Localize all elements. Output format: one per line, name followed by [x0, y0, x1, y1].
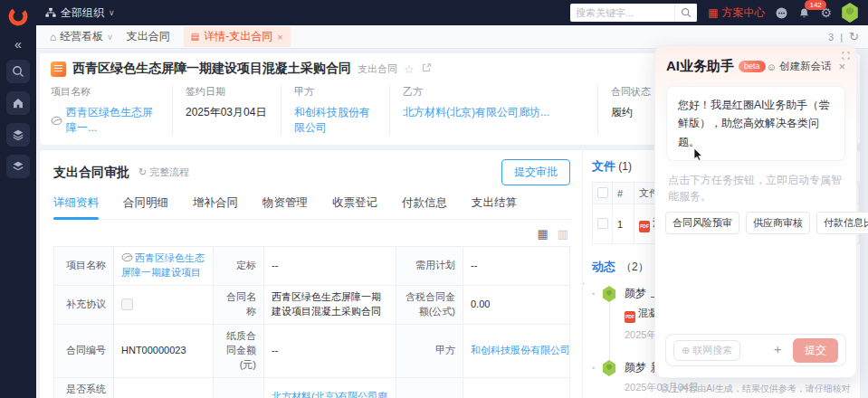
tab-dashboard-label: 经营看板 — [60, 29, 103, 44]
activity-user[interactable]: 颜梦 — [625, 287, 646, 299]
project-icon — [121, 252, 133, 262]
org-label: 全部组织 — [61, 5, 104, 21]
tab-supplement[interactable]: 增补合同 — [193, 195, 238, 219]
ai-input-bar[interactable]: ⊕ 联网搜索 ＋ 提交 — [665, 334, 846, 366]
chat-icon[interactable] — [775, 6, 788, 20]
party-a-link[interactable]: 和创科技股份有限公司 — [294, 105, 380, 136]
field-party-a: 甲方 和创科技股份有限公司 — [281, 85, 389, 136]
tab-dashboard[interactable]: ⌂ 经营看板 ∨ — [50, 29, 113, 44]
cell-label: 签约日期 — [396, 377, 463, 398]
process-icon: ↻ — [138, 166, 147, 178]
search-input[interactable] — [570, 7, 674, 18]
row-checkbox[interactable] — [597, 218, 608, 229]
open-external-icon[interactable] — [421, 62, 432, 76]
project-link[interactable]: 西青区绿色生态屏障一... — [66, 105, 163, 136]
tab-detail-active[interactable]: ▤ 详情-支出合同 × — [184, 26, 291, 47]
tab-materials[interactable]: 物资管理 — [262, 195, 308, 219]
tab-invoice[interactable]: 收票登记 — [332, 195, 377, 219]
smiley-icon: ☺ — [767, 62, 777, 72]
divider: | — [840, 32, 843, 43]
process-label: 完整流程 — [149, 166, 189, 179]
rail-collapse-handle[interactable]: ▸ — [583, 279, 585, 288]
field-party-b: 乙方 北方材料(北京)有限公司廊坊... — [389, 85, 597, 136]
home-icon: ⌂ — [50, 31, 56, 43]
grid-view-icon[interactable]: ▦ — [537, 227, 548, 241]
refresh-icon[interactable]: ↻ — [849, 30, 859, 43]
add-attachment-icon[interactable]: ＋ — [771, 342, 784, 358]
column-view-icon[interactable]: ▥ — [558, 227, 568, 241]
table-row: 补充协议 合同名称 西青区绿色生态屏障一期建设项目混凝土采购合同 含税合同金额(… — [54, 285, 570, 324]
expand-icon[interactable] — [842, 50, 850, 62]
sidebar-stack-icon[interactable] — [6, 155, 30, 178]
files-title[interactable]: 文件 — [592, 159, 615, 173]
chevron-down-icon: ∨ — [107, 33, 113, 42]
solution-center-button[interactable]: ▦ 方案中心 — [708, 5, 765, 21]
detail-table: 项目名称 西青区绿色生态屏障一期建设项目 定标 -- 需用计划 -- 补充协议 … — [53, 246, 570, 398]
cell-label: 是否系统模板(系统) — [54, 377, 114, 398]
globe-icon: ⊕ — [682, 345, 690, 356]
cell-value: 西青区绿色生态屏障一期建设项目混凝土采购合同 — [264, 285, 396, 324]
notifications-bell-icon[interactable]: 142 — [798, 7, 810, 19]
ai-submit-button[interactable]: 提交 — [793, 338, 838, 363]
tab-settlement[interactable]: 支出结算 — [472, 195, 517, 219]
party-b-link[interactable]: 北方材料(北京)有限公司廊坊... — [403, 105, 549, 120]
search-icon[interactable] — [674, 4, 697, 22]
party-a-link[interactable]: 和创科技股份有限公司 — [471, 345, 570, 355]
sidebar-home-icon[interactable] — [6, 91, 30, 115]
notification-badge: 142 — [805, 0, 825, 10]
cell-value: -- — [264, 247, 396, 286]
web-search-toggle[interactable]: ⊕ 联网搜索 — [673, 340, 740, 361]
app-window: « 全部组织 ∨ ▦ 方案中心 — [0, 0, 868, 398]
task-contract-risk-button[interactable]: 合同风险预审 — [665, 212, 739, 234]
tab-contract-items[interactable]: 合同明细 — [123, 195, 168, 219]
submit-approval-button[interactable]: 提交审批 — [501, 159, 570, 185]
topbar: 全部组织 ∨ ▦ 方案中心 142 ⚙ — [36, 0, 868, 25]
col-index: # — [613, 183, 634, 204]
select-all-checkbox[interactable] — [597, 187, 608, 198]
sidebar-layers-icon[interactable] — [6, 123, 30, 147]
ai-task-buttons: 合同风险预审 供应商审核 付款信息比对 — [665, 212, 846, 234]
web-search-label: 联网搜索 — [692, 344, 732, 357]
contract-type-tag: 支出合同 — [358, 62, 397, 76]
task-payment-compare-button[interactable]: 付款信息比对 — [816, 212, 868, 234]
cell-value: -- — [463, 247, 570, 286]
cell-value: 2025年03月04日 — [463, 377, 570, 398]
sidebar-search-icon[interactable] — [6, 60, 30, 83]
detail-tabs: 详细资料 合同明细 增补合同 物资管理 收票登记 付款信息 支出结算 — [53, 195, 570, 220]
apps-grid-icon: ▦ — [708, 7, 718, 18]
user-avatar[interactable] — [841, 3, 859, 23]
cell-value: HNT00000023 — [114, 324, 214, 377]
org-selector[interactable]: 全部组织 ∨ — [45, 5, 115, 21]
sidebar-collapse-icon[interactable]: « — [14, 37, 22, 52]
star-icon[interactable]: ☆ — [404, 62, 415, 76]
cell-value: 0.00 — [463, 285, 570, 324]
avatar — [602, 286, 616, 302]
activity-user[interactable]: 颜梦 — [625, 361, 646, 374]
supplement-checkbox[interactable] — [121, 298, 133, 310]
pdf-icon: PDF — [639, 221, 650, 232]
new-session-button[interactable]: ☺ 创建新会话 — [767, 60, 832, 73]
timeline-dot: • — [592, 364, 595, 373]
global-search — [570, 4, 697, 22]
files-count: (1) — [618, 160, 632, 173]
project-icon — [51, 116, 62, 126]
cell-label: 纸质合同金额(元) — [214, 324, 264, 377]
close-tab-icon[interactable]: × — [277, 32, 282, 43]
contract-title: 西青区绿色生态屏障一期建设项目混凝土采购合同 — [72, 61, 351, 77]
tab-payment[interactable]: 付款信息 — [402, 195, 447, 219]
cell-value: 是 — [114, 377, 214, 398]
ai-disclaimer: 以上内容由AI生成，结果仅供参考，请仔细核对 — [654, 383, 857, 395]
party-b-link[interactable]: 北方材料(北京)有限公司廊坊分公司 — [272, 391, 387, 398]
chevron-down-icon: ∨ — [109, 8, 115, 17]
full-process-link[interactable]: ↻ 完整流程 — [138, 166, 189, 179]
tab-detail-info[interactable]: 详细资料 — [53, 195, 99, 219]
task-supplier-audit-button[interactable]: 供应商审核 — [746, 212, 810, 234]
tab-expense-contract[interactable]: 支出合同 — [127, 29, 170, 44]
project-link[interactable]: 西青区绿色生态屏障一期建设项目 — [121, 252, 205, 278]
field-label: 甲方 — [294, 85, 380, 99]
activity-title[interactable]: 动态 — [592, 259, 615, 275]
cell-value: -- — [264, 324, 396, 377]
brand-logo[interactable] — [6, 5, 30, 28]
new-session-label: 创建新会话 — [779, 60, 832, 73]
tab-detail-label: 详情-支出合同 — [204, 29, 272, 44]
